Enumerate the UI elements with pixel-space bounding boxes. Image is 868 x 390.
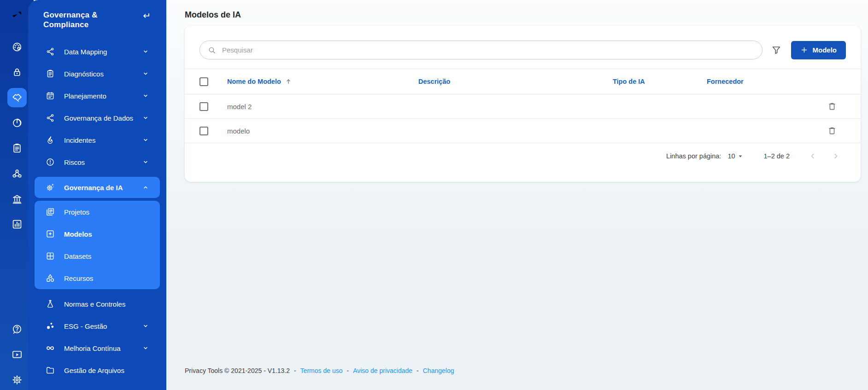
sidebar-item-melhoria-continua[interactable]: Melhoria Contínua <box>28 337 166 359</box>
delete-trash-icon[interactable] <box>827 101 837 111</box>
cell-nome: model 2 <box>227 103 418 111</box>
grid-icon <box>46 251 55 261</box>
row-checkbox[interactable] <box>199 127 208 135</box>
sidebar-item-diagnosticos[interactable]: Diagnósticos <box>28 63 166 85</box>
handshake-active-module[interactable] <box>7 88 27 107</box>
donut-chart-icon[interactable] <box>12 117 23 128</box>
footer-link-termos[interactable]: Termos de uso <box>300 367 343 374</box>
alert-circle-icon <box>46 157 55 167</box>
column-header-nome[interactable]: Nome do Modelo <box>227 78 418 85</box>
select-all-checkbox[interactable] <box>199 77 208 86</box>
sidebar-item-projetos[interactable]: Projetos <box>35 201 160 223</box>
column-header-fornecedor[interactable]: Fornecedor <box>707 78 818 85</box>
chevron-down-icon <box>141 92 150 100</box>
collapse-sidebar-icon[interactable] <box>141 11 151 21</box>
handshake-icon <box>12 92 23 103</box>
column-header-descricao[interactable]: Descrição <box>418 78 613 85</box>
sidebar-item-governanca-de-ia[interactable]: Governança de IA <box>35 177 160 198</box>
rows-per-page-select[interactable]: 10 <box>727 152 744 160</box>
copyright-text: Privacy Tools © 2021-2025 - V1.13.2 <box>185 367 290 374</box>
infinity-icon <box>46 343 55 353</box>
sparkle-box-icon <box>46 229 55 239</box>
sidebar-item-planejamento[interactable]: Planejamento <box>28 85 166 107</box>
footer-link-privacidade[interactable]: Aviso de privacidade <box>353 367 412 374</box>
search-field <box>199 41 762 59</box>
table-header-row: Nome do Modelo Descrição Tipo de IA Forn… <box>185 69 861 94</box>
footer: Privacy Tools © 2021-2025 - V1.13.2 - Te… <box>185 367 861 390</box>
cell-nome: modelo <box>227 127 418 135</box>
shapes-icon <box>46 274 55 283</box>
column-header-tipo[interactable]: Tipo de IA <box>613 78 707 85</box>
bubbles-icon <box>46 321 55 331</box>
flask-icon <box>46 299 55 309</box>
models-table: Nome do Modelo Descrição Tipo de IA Forn… <box>185 69 861 143</box>
chevron-down-icon <box>141 158 150 166</box>
filter-funnel-icon[interactable] <box>771 45 782 56</box>
calendar-icon <box>46 91 55 100</box>
folder-icon <box>46 366 55 375</box>
palette-icon[interactable] <box>12 41 23 52</box>
sidebar-item-incidentes[interactable]: Incidentes <box>28 129 166 151</box>
webhook-icon[interactable] <box>12 168 23 179</box>
gear-sparkle-icon <box>46 183 55 192</box>
models-card: Modelo Nome do Modelo Descrição Tipo de … <box>185 26 861 182</box>
chevron-down-icon <box>141 322 150 330</box>
sidebar-item-gestao-de-arquivos[interactable]: Gestão de Arquivos <box>28 359 166 381</box>
chevron-down-icon <box>141 70 150 78</box>
rows-per-page-label: Linhas por página: <box>666 152 721 160</box>
analytics-icon[interactable] <box>12 219 23 230</box>
clipboard-icon <box>46 69 55 78</box>
article-icon <box>46 207 55 216</box>
delete-trash-icon[interactable] <box>827 126 837 136</box>
next-page-icon[interactable] <box>831 151 840 161</box>
pagination: Linhas por página: 10 1–2 de 2 <box>185 143 861 169</box>
bank-icon[interactable] <box>12 193 23 204</box>
sidebar-item-datasets[interactable]: Datasets <box>35 245 160 267</box>
search-icon <box>207 46 217 55</box>
settings-gear-icon[interactable] <box>12 374 23 385</box>
sidebar-item-recursos[interactable]: Recursos <box>35 267 160 289</box>
page-range-label: 1–2 de 2 <box>764 152 790 160</box>
share-icon <box>46 47 55 56</box>
governanca-de-ia-submenu: Projetos Modelos Datasets Recursos <box>35 201 160 289</box>
clipboard-icon[interactable] <box>12 143 23 154</box>
sidebar-item-modelos[interactable]: Modelos <box>35 223 160 245</box>
app-title: Governança & Compliance <box>43 10 134 29</box>
caret-down-icon <box>736 152 745 160</box>
sort-ascending-icon <box>285 78 292 85</box>
table-row[interactable]: modelo <box>185 119 861 143</box>
lock-icon[interactable] <box>12 67 23 78</box>
chevron-down-icon <box>141 136 150 144</box>
flame-icon <box>46 135 55 145</box>
chevron-down-icon <box>141 344 150 352</box>
add-modelo-button[interactable]: Modelo <box>791 41 846 59</box>
sidebar-item-data-mapping[interactable]: Data Mapping <box>28 41 166 63</box>
row-checkbox[interactable] <box>199 102 208 111</box>
sidebar-item-normas-e-controles[interactable]: Normas e Controles <box>28 293 166 315</box>
smart-display-icon[interactable] <box>12 349 23 360</box>
chevron-down-icon <box>141 114 150 122</box>
sidebar-item-governanca-de-dados[interactable]: Governança de Dados <box>28 107 166 129</box>
table-row[interactable]: model 2 <box>185 94 861 119</box>
footer-link-changelog[interactable]: Changelog <box>423 367 454 374</box>
help-icon[interactable] <box>12 324 23 335</box>
main-content: Modelos de IA Modelo Nome do Modelo <box>166 0 868 390</box>
toolbar: Modelo <box>185 41 861 59</box>
previous-page-icon[interactable] <box>808 151 817 161</box>
chevron-up-icon <box>141 183 150 192</box>
sidebar: Governança & Compliance Data Mapping Dia… <box>28 0 166 390</box>
chevron-down-icon <box>141 47 150 56</box>
sidebar-item-riscos[interactable]: Riscos <box>28 151 166 173</box>
app-logo-trending-icon[interactable] <box>10 7 24 22</box>
share-icon <box>46 113 55 122</box>
sidebar-item-esg-gestao[interactable]: ESG - Gestão <box>28 315 166 337</box>
page-title: Modelos de IA <box>185 10 861 20</box>
search-input[interactable] <box>222 46 755 54</box>
plus-icon <box>800 46 808 54</box>
